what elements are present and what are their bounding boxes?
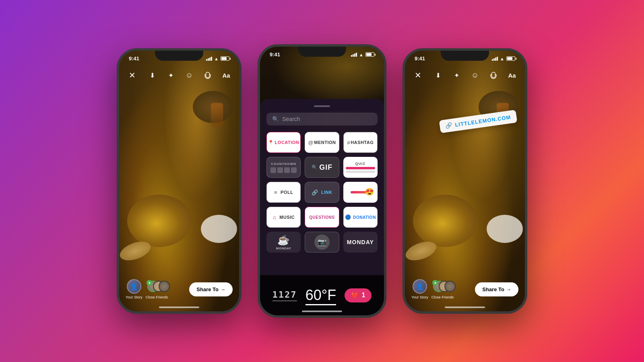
status-icons-right: ▲: [492, 56, 515, 61]
sticker-day-label: MONDAY: [347, 239, 374, 245]
cf-avatar-3: [159, 281, 170, 292]
story-toolbar-right: ✕ ⬇ ✦ ☺ Aa: [405, 69, 525, 82]
status-time-middle: 9:41: [270, 51, 280, 58]
sticker-hashtag-label: HASHTAG: [351, 140, 374, 145]
close-friends-avatars-right: ★: [433, 279, 452, 294]
sparkle-icon-left[interactable]: ✦: [164, 69, 177, 82]
food-bg-right: [405, 51, 525, 311]
sticker-donation[interactable]: 🔵 DONATION: [343, 207, 378, 228]
gif-search-icon: 🔍: [312, 165, 318, 170]
status-bar-right: 9:41 ▲: [405, 56, 525, 62]
sticker-quiz[interactable]: QUIZ: [343, 157, 378, 178]
sticker-mention-label: MENTION: [314, 140, 336, 145]
slider-emoji: 😍: [365, 187, 374, 196]
close-friends-option[interactable]: ★ Close Friends: [146, 279, 168, 299]
your-story-avatar-right: 👤: [413, 279, 427, 294]
tray-like-count: 1: [361, 292, 365, 299]
emoji-icon-right[interactable]: ☺: [469, 69, 481, 82]
sticker-music[interactable]: ♫ MUSIC: [266, 207, 301, 228]
sticker-link-label: LINK: [321, 190, 332, 195]
status-time-left: 9:41: [129, 56, 139, 62]
sticker-gif[interactable]: 🔍 GIF: [305, 157, 339, 178]
sticker-countdown[interactable]: COUNTDOWN: [266, 157, 301, 178]
sticker-day[interactable]: MONDAY: [343, 232, 378, 253]
middle-phone: 9:41 ▲ 🔍 Search: [258, 44, 386, 318]
sheet-handle: [314, 105, 330, 107]
your-story-option[interactable]: 👤 Your Story: [126, 279, 142, 299]
status-bar-middle: 9:41 ▲: [260, 51, 384, 58]
close-friends-label-right: Close Friends: [431, 295, 454, 299]
close-button-left[interactable]: ✕: [126, 69, 138, 82]
search-placeholder: Search: [282, 116, 300, 122]
quiz-bar-gray: [346, 171, 375, 173]
sparkle-icon-right[interactable]: ✦: [450, 69, 463, 82]
share-to-button-left[interactable]: Share To →: [189, 282, 233, 296]
heart-icon: ❤️: [351, 292, 359, 299]
story-destinations-right: 👤 Your Story ★ Close Friends: [411, 279, 454, 299]
sticker-poll-label: POLL: [281, 190, 293, 195]
sticker-search-bar[interactable]: 🔍 Search: [266, 113, 378, 125]
sticker-camera[interactable]: 📷: [305, 232, 339, 253]
sticker-monday-mug[interactable]: ☕ MONDAY: [266, 232, 301, 253]
sticker-emoji-slider[interactable]: 😍: [343, 182, 378, 203]
right-phone: 9:41 ▲ ✕ ⬇ ✦ ☺: [402, 48, 527, 314]
story-toolbar-left: ✕ ⬇ ✦ ☺ Aa: [119, 69, 239, 82]
sticker-questions-label: QUESTIONS: [309, 215, 334, 220]
battery-icon-middle: [365, 52, 374, 57]
your-story-option-right[interactable]: 👤 Your Story: [411, 279, 428, 299]
sticker-questions[interactable]: QUESTIONS: [305, 207, 339, 228]
status-icons-left: ▲: [206, 56, 229, 61]
audio-icon-left[interactable]: [201, 69, 214, 82]
your-story-avatar: 👤: [127, 279, 141, 294]
sticker-mention[interactable]: @ MENTION: [305, 132, 339, 153]
mug-emoji: ☕: [277, 234, 290, 246]
wifi-icon-middle: ▲: [359, 52, 363, 57]
plate-right: [487, 215, 523, 243]
signal-icon-middle: [351, 53, 357, 57]
sticker-hashtag[interactable]: # HASHTAG: [343, 132, 378, 153]
share-to-label-left: Share To: [196, 286, 219, 292]
share-to-arrow-right: →: [506, 286, 511, 292]
your-story-label-right: Your Story: [411, 295, 428, 299]
wifi-icon-right: ▲: [500, 56, 504, 61]
sticker-location[interactable]: 📍 LOCATION: [266, 132, 301, 153]
text-icon-left[interactable]: Aa: [220, 69, 233, 82]
share-to-label-right: Share To: [482, 286, 504, 292]
signal-icon-right: [492, 57, 498, 61]
home-indicator-middle: [302, 311, 342, 312]
home-indicator-left: [159, 306, 199, 308]
battery-icon-right: [506, 56, 515, 61]
battery-icon-left: [221, 56, 229, 61]
share-to-button-right[interactable]: Share To →: [475, 282, 518, 296]
sticker-link[interactable]: 🔗 LINK: [305, 182, 339, 203]
search-icon: 🔍: [272, 116, 279, 122]
text-icon-right[interactable]: Aa: [506, 69, 518, 82]
bottom-tray: 1127 60°F ❤️ 1: [260, 275, 384, 315]
status-time-right: 9:41: [415, 56, 425, 62]
download-icon-right[interactable]: ⬇: [431, 69, 444, 82]
download-icon-left[interactable]: ⬇: [146, 69, 159, 82]
audio-icon-right[interactable]: [487, 69, 500, 82]
sticker-quiz-label: QUIZ: [355, 162, 366, 166]
close-friends-avatars: ★: [147, 279, 166, 294]
close-friends-option-right[interactable]: ★ Close Friends: [431, 279, 454, 299]
food-background-left: [119, 51, 239, 311]
story-bottom-right: 👤 Your Story ★ Close Friends Share To: [405, 279, 525, 299]
home-indicator-right: [445, 306, 485, 308]
sticker-donation-label: DONATION: [353, 215, 376, 220]
sticker-poll[interactable]: ≡ POLL: [266, 182, 301, 203]
left-phone: 9:41 ▲ ✕ ⬇ ✦ ☺: [117, 48, 242, 314]
close-friends-label: Close Friends: [146, 295, 168, 299]
emoji-icon-left[interactable]: ☺: [183, 69, 196, 82]
close-button-right[interactable]: ✕: [411, 69, 424, 82]
camera-icon: 📷: [318, 238, 327, 247]
sticker-countdown-label: COUNTDOWN: [271, 162, 296, 166]
wifi-icon-left: ▲: [214, 56, 219, 61]
status-icons-middle: ▲: [351, 52, 374, 57]
tray-like-button[interactable]: ❤️ 1: [345, 288, 372, 302]
toolbar-right-left: ⬇ ✦ ☺ Aa: [146, 69, 233, 82]
sticker-location-label: LOCATION: [275, 140, 299, 145]
quiz-bar-green: [346, 167, 375, 169]
tray-counter: 1127: [272, 290, 297, 301]
signal-icon-left: [206, 57, 212, 61]
